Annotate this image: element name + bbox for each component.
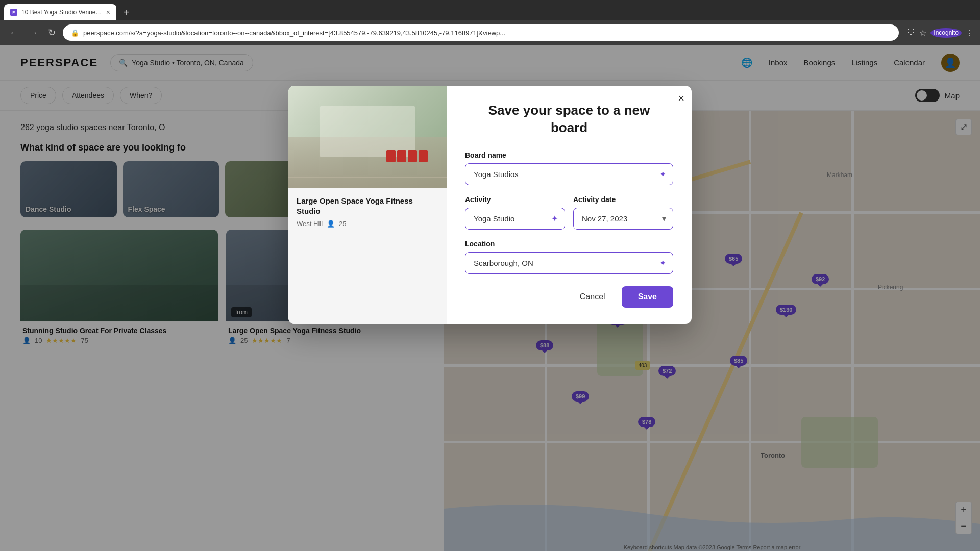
browser-action-icons: 🛡 ☆ Incognito ⋮ <box>907 28 974 38</box>
board-name-label: Board name <box>465 151 673 159</box>
activity-date-select-wrap: Nov 27, 2023 <box>573 208 673 230</box>
address-text: peerspace.com/s/?a=yoga-studio&location=… <box>83 29 891 37</box>
board-name-group: Board name ✦ <box>465 151 673 185</box>
modal-venue-location: West Hill <box>297 220 323 228</box>
location-input[interactable] <box>465 252 673 274</box>
activity-label: Activity <box>465 195 565 204</box>
location-input-wrap: ✦ <box>465 252 673 274</box>
activity-star-icon: ✦ <box>551 214 558 223</box>
tab-favicon: P <box>10 9 17 16</box>
location-star-icon: ✦ <box>659 258 666 268</box>
tab-title: 10 Best Yoga Studio Venues - To... <box>21 9 102 16</box>
modal-close-button[interactable]: × <box>678 93 684 104</box>
activity-input-wrap: ✦ <box>465 208 565 230</box>
location-label: Location <box>465 240 673 248</box>
save-button[interactable]: Save <box>622 286 673 308</box>
activity-date-label: Activity date <box>573 195 673 204</box>
modal-container: Large Open Space Yoga Fitness Studio Wes… <box>288 86 692 324</box>
new-tab-button[interactable]: + <box>120 7 133 18</box>
modal-venue-guests-icon: 👤 <box>327 220 335 228</box>
tab-close-icon[interactable]: × <box>106 8 110 16</box>
board-name-input[interactable] <box>465 163 673 185</box>
modal-venue-title: Large Open Space Yoga Fitness Studio <box>297 196 438 216</box>
profile-icon[interactable]: Incognito <box>930 28 962 38</box>
browser-tab: P 10 Best Yoga Studio Venues - To... × <box>4 4 116 20</box>
nav-reload-button[interactable]: ↻ <box>45 25 59 40</box>
modal-overlay: Large Open Space Yoga Fitness Studio Wes… <box>0 45 980 551</box>
browser-tab-bar: P 10 Best Yoga Studio Venues - To... × + <box>0 0 980 20</box>
bookmark-icon[interactable]: ☆ <box>919 28 926 38</box>
modal-left-panel: Large Open Space Yoga Fitness Studio Wes… <box>288 86 447 324</box>
browser-nav-bar: ← → ↻ 🔒 peerspace.com/s/?a=yoga-studio&l… <box>0 20 980 45</box>
shield-icon[interactable]: 🛡 <box>907 28 915 38</box>
activity-input[interactable] <box>465 208 565 230</box>
modal-venue-subtitle: West Hill 👤 25 <box>297 220 438 228</box>
modal-title: Save your space to a new board <box>465 102 673 137</box>
board-name-input-wrap: ✦ <box>465 163 673 185</box>
location-group: Location ✦ <box>465 240 673 274</box>
activity-date-row: Activity ✦ Activity date Nov 27, 2023 <box>465 195 673 240</box>
modal-venue-guests: 25 <box>339 220 346 228</box>
browser-chrome: P 10 Best Yoga Studio Venues - To... × +… <box>0 0 980 45</box>
modal-actions: Cancel Save <box>465 286 673 308</box>
cancel-button[interactable]: Cancel <box>570 286 616 308</box>
nav-forward-button[interactable]: → <box>26 26 41 40</box>
modal-venue-info: Large Open Space Yoga Fitness Studio Wes… <box>288 188 447 236</box>
activity-group: Activity ✦ <box>465 195 565 230</box>
nav-back-button[interactable]: ← <box>6 26 21 40</box>
activity-date-group: Activity date Nov 27, 2023 <box>573 195 673 230</box>
modal-venue-image <box>288 86 447 188</box>
lock-icon: 🔒 <box>71 29 79 37</box>
activity-date-select[interactable]: Nov 27, 2023 <box>573 208 673 230</box>
menu-icon[interactable]: ⋮ <box>966 28 974 38</box>
board-name-star-icon: ✦ <box>659 169 666 179</box>
address-bar[interactable]: 🔒 peerspace.com/s/?a=yoga-studio&locatio… <box>63 24 899 41</box>
modal-right-panel: × Save your space to a new board Board n… <box>447 86 692 324</box>
